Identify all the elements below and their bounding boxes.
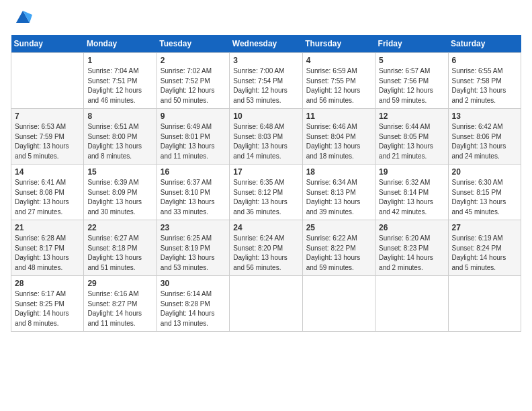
day-info: Sunrise: 6:28 AMSunset: 8:17 PMDaylight:… — [15, 234, 80, 273]
day-number: 12 — [379, 111, 444, 121]
day-number: 7 — [15, 111, 80, 121]
day-info: Sunrise: 6:17 AMSunset: 8:25 PMDaylight:… — [15, 289, 80, 328]
day-info: Sunrise: 6:46 AMSunset: 8:04 PMDaylight:… — [306, 122, 371, 161]
day-number: 9 — [161, 111, 226, 121]
day-number: 24 — [233, 223, 298, 232]
day-cell: 8Sunrise: 6:51 AMSunset: 8:00 PMDaylight… — [84, 109, 157, 165]
day-number: 11 — [306, 111, 371, 121]
day-cell: 13Sunrise: 6:42 AMSunset: 8:06 PMDayligh… — [448, 109, 521, 165]
day-cell: 29Sunrise: 6:16 AMSunset: 8:27 PMDayligh… — [84, 276, 157, 332]
day-cell — [448, 276, 521, 332]
day-info: Sunrise: 6:27 AMSunset: 8:18 PMDaylight:… — [87, 234, 152, 273]
calendar-table: SundayMondayTuesdayWednesdayThursdayFrid… — [11, 35, 521, 332]
col-header-friday: Friday — [375, 35, 448, 53]
day-info: Sunrise: 6:48 AMSunset: 8:03 PMDaylight:… — [233, 122, 298, 161]
col-header-wednesday: Wednesday — [230, 35, 302, 53]
day-info: Sunrise: 6:37 AMSunset: 8:10 PMDaylight:… — [161, 178, 226, 217]
day-number: 15 — [87, 167, 152, 177]
day-info: Sunrise: 6:55 AMSunset: 7:58 PMDaylight:… — [452, 66, 517, 105]
day-cell: 18Sunrise: 6:34 AMSunset: 8:13 PMDayligh… — [302, 165, 375, 220]
day-cell: 3Sunrise: 7:00 AMSunset: 7:54 PMDaylight… — [230, 53, 302, 109]
day-cell: 24Sunrise: 6:24 AMSunset: 8:20 PMDayligh… — [230, 220, 302, 276]
week-row-2: 14Sunrise: 6:41 AMSunset: 8:08 PMDayligh… — [11, 165, 521, 220]
day-number: 6 — [452, 56, 517, 65]
day-number: 28 — [15, 279, 80, 288]
day-cell: 19Sunrise: 6:32 AMSunset: 8:14 PMDayligh… — [375, 165, 448, 220]
day-info: Sunrise: 6:51 AMSunset: 8:00 PMDaylight:… — [87, 122, 152, 161]
day-number: 22 — [87, 223, 152, 232]
day-cell: 22Sunrise: 6:27 AMSunset: 8:18 PMDayligh… — [84, 220, 157, 276]
day-number: 17 — [233, 167, 298, 177]
day-cell: 26Sunrise: 6:20 AMSunset: 8:23 PMDayligh… — [375, 220, 448, 276]
day-cell: 28Sunrise: 6:17 AMSunset: 8:25 PMDayligh… — [11, 276, 84, 332]
day-number: 3 — [233, 56, 298, 65]
day-number: 23 — [161, 223, 226, 232]
day-cell: 6Sunrise: 6:55 AMSunset: 7:58 PMDaylight… — [448, 53, 521, 109]
day-number: 13 — [452, 111, 517, 121]
day-info: Sunrise: 6:24 AMSunset: 8:20 PMDaylight:… — [233, 234, 298, 273]
day-info: Sunrise: 7:04 AMSunset: 7:51 PMDaylight:… — [87, 66, 152, 105]
week-row-3: 21Sunrise: 6:28 AMSunset: 8:17 PMDayligh… — [11, 220, 521, 276]
day-number: 18 — [306, 167, 371, 177]
day-cell — [11, 53, 84, 109]
week-row-4: 28Sunrise: 6:17 AMSunset: 8:25 PMDayligh… — [11, 276, 521, 332]
day-info: Sunrise: 6:49 AMSunset: 8:01 PMDaylight:… — [161, 122, 226, 161]
col-header-thursday: Thursday — [302, 35, 375, 53]
day-number: 14 — [15, 167, 80, 177]
day-cell: 23Sunrise: 6:25 AMSunset: 8:19 PMDayligh… — [157, 220, 229, 276]
page-header — [11, 11, 521, 27]
day-info: Sunrise: 6:32 AMSunset: 8:14 PMDaylight:… — [379, 178, 444, 217]
day-info: Sunrise: 6:30 AMSunset: 8:15 PMDaylight:… — [452, 178, 517, 217]
day-info: Sunrise: 6:35 AMSunset: 8:12 PMDaylight:… — [233, 178, 298, 217]
day-number: 4 — [306, 56, 371, 65]
day-number: 8 — [87, 111, 152, 121]
day-cell — [302, 276, 375, 332]
day-info: Sunrise: 6:53 AMSunset: 7:59 PMDaylight:… — [15, 122, 80, 161]
day-cell: 21Sunrise: 6:28 AMSunset: 8:17 PMDayligh… — [11, 220, 84, 276]
day-info: Sunrise: 7:00 AMSunset: 7:54 PMDaylight:… — [233, 66, 298, 105]
day-number: 20 — [452, 167, 517, 177]
day-number: 1 — [87, 56, 152, 65]
day-info: Sunrise: 6:42 AMSunset: 8:06 PMDaylight:… — [452, 122, 517, 161]
day-number: 26 — [379, 223, 444, 232]
day-number: 2 — [161, 56, 226, 65]
day-cell: 12Sunrise: 6:44 AMSunset: 8:05 PMDayligh… — [375, 109, 448, 165]
col-header-sunday: Sunday — [11, 35, 84, 53]
day-info: Sunrise: 6:14 AMSunset: 8:28 PMDaylight:… — [161, 289, 226, 328]
day-number: 21 — [15, 223, 80, 232]
day-info: Sunrise: 6:39 AMSunset: 8:09 PMDaylight:… — [87, 178, 152, 217]
day-cell: 25Sunrise: 6:22 AMSunset: 8:22 PMDayligh… — [302, 220, 375, 276]
day-info: Sunrise: 6:34 AMSunset: 8:13 PMDaylight:… — [306, 178, 371, 217]
col-header-saturday: Saturday — [448, 35, 521, 53]
day-cell: 20Sunrise: 6:30 AMSunset: 8:15 PMDayligh… — [448, 165, 521, 220]
day-cell: 17Sunrise: 6:35 AMSunset: 8:12 PMDayligh… — [230, 165, 302, 220]
day-number: 27 — [452, 223, 517, 232]
day-cell: 4Sunrise: 6:59 AMSunset: 7:55 PMDaylight… — [302, 53, 375, 109]
day-cell: 10Sunrise: 6:48 AMSunset: 8:03 PMDayligh… — [230, 109, 302, 165]
day-number: 5 — [379, 56, 444, 65]
day-cell — [230, 276, 302, 332]
day-info: Sunrise: 6:41 AMSunset: 8:08 PMDaylight:… — [15, 178, 80, 217]
day-number: 29 — [87, 279, 152, 288]
col-header-tuesday: Tuesday — [157, 35, 229, 53]
day-number: 25 — [306, 223, 371, 232]
day-cell: 7Sunrise: 6:53 AMSunset: 7:59 PMDaylight… — [11, 109, 84, 165]
day-info: Sunrise: 6:22 AMSunset: 8:22 PMDaylight:… — [306, 234, 371, 273]
day-info: Sunrise: 6:25 AMSunset: 8:19 PMDaylight:… — [161, 234, 226, 273]
day-info: Sunrise: 6:57 AMSunset: 7:56 PMDaylight:… — [379, 66, 444, 105]
day-cell: 16Sunrise: 6:37 AMSunset: 8:10 PMDayligh… — [157, 165, 229, 220]
day-cell: 11Sunrise: 6:46 AMSunset: 8:04 PMDayligh… — [302, 109, 375, 165]
day-info: Sunrise: 6:44 AMSunset: 8:05 PMDaylight:… — [379, 122, 444, 161]
day-cell: 1Sunrise: 7:04 AMSunset: 7:51 PMDaylight… — [84, 53, 157, 109]
day-cell: 5Sunrise: 6:57 AMSunset: 7:56 PMDaylight… — [375, 53, 448, 109]
day-cell: 30Sunrise: 6:14 AMSunset: 8:28 PMDayligh… — [157, 276, 229, 332]
day-info: Sunrise: 6:16 AMSunset: 8:27 PMDaylight:… — [87, 289, 152, 328]
logo-icon — [13, 8, 32, 27]
day-info: Sunrise: 6:19 AMSunset: 8:24 PMDaylight:… — [452, 234, 517, 273]
day-number: 30 — [161, 279, 226, 288]
day-cell: 27Sunrise: 6:19 AMSunset: 8:24 PMDayligh… — [448, 220, 521, 276]
header-row: SundayMondayTuesdayWednesdayThursdayFrid… — [11, 35, 521, 53]
col-header-monday: Monday — [84, 35, 157, 53]
day-info: Sunrise: 7:02 AMSunset: 7:52 PMDaylight:… — [161, 66, 226, 105]
week-row-1: 7Sunrise: 6:53 AMSunset: 7:59 PMDaylight… — [11, 109, 521, 165]
